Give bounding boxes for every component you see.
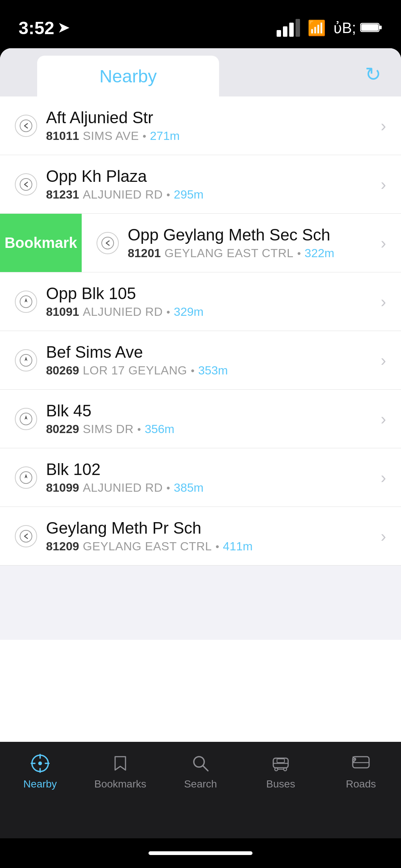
status-icons: 📶 ὐ‌B; [277,19,382,37]
refresh-button[interactable]: ↻ [360,61,386,87]
stop-meta: 80229 SIMS DR • 356m [46,422,373,436]
tab-bar-label-search: Search [184,778,217,790]
bus-stop-icon [15,291,37,313]
refresh-icon: ↻ [365,63,381,85]
stop-code: 81011 [46,129,79,143]
list-item[interactable]: Bookmark Opp Geylang Meth Sec Sch 81201 … [0,214,401,272]
nearby-tab-label: Nearby [100,66,157,86]
bus-stop-icon [15,408,37,430]
stop-info: Geylang Meth Pr Sch 81209 GEYLANG EAST C… [46,519,373,553]
stop-name: Opp Geylang Meth Sec Sch [128,226,373,244]
stop-distance: 271m [150,129,180,143]
stop-meta: 80269 LOR 17 GEYLANG • 353m [46,364,373,377]
tab-bar-item-search[interactable]: Search [160,753,241,790]
list-item[interactable]: Bef Sims Ave 80269 LOR 17 GEYLANG • 353m… [0,331,401,390]
list-spacer [0,566,401,640]
tab-bar-item-bookmarks[interactable]: Bookmarks [80,753,160,790]
svg-point-5 [102,237,114,249]
dot: • [166,189,170,201]
list-item[interactable]: Geylang Meth Pr Sch 81209 GEYLANG EAST C… [0,507,401,566]
bookmark-label: Bookmark [0,214,82,272]
list-item[interactable]: Blk 45 80229 SIMS DR • 356m › [0,390,401,448]
stop-name: Blk 102 [46,460,365,479]
bus-stop-icon [97,232,119,254]
buses-tab-icon [270,753,291,774]
chevron-right-icon: › [381,351,386,370]
stop-name: Opp Blk 105 [46,284,365,303]
tab-bar-item-roads[interactable]: Roads [321,753,401,790]
tab-bar-item-buses[interactable]: Buses [241,753,321,790]
svg-line-22 [203,766,208,771]
dot: • [297,248,301,259]
stop-distance: 353m [198,364,228,377]
svg-rect-25 [277,759,284,763]
home-bar [149,851,252,855]
nearby-tab[interactable]: Nearby [37,56,219,96]
stop-road: ALJUNIED RD [83,188,163,202]
tab-bar: Nearby Bookmarks Search Bu [0,742,401,838]
svg-point-3 [20,120,32,132]
svg-point-8 [20,354,32,366]
stop-info: Blk 45 80229 SIMS DR • 356m [46,402,373,436]
stop-name: Geylang Meth Pr Sch [46,519,365,537]
svg-rect-2 [361,24,378,31]
stop-meta: 81091 ALJUNIED RD • 329m [46,305,373,319]
stop-info: Aft Aljunied Str 81011 SIMS AVE • 271m [46,108,373,143]
dot: • [216,541,219,553]
tab-header: Nearby ↻ [0,48,401,96]
list-item[interactable]: Opp Kh Plaza 81231 ALJUNIED RD • 295m › [0,155,401,214]
status-bar: 3:52 ➤ 📶 ὐ‌B; [0,0,401,45]
list-item[interactable]: Opp Blk 105 81091 ALJUNIED RD • 329m › [0,272,401,331]
stop-name: Opp Kh Plaza [46,167,365,186]
main-content: Nearby ↻ Aft Aljunied Str 81011 SIMS AVE [0,48,401,868]
stop-distance: 356m [145,422,175,436]
chevron-right-icon: › [381,527,386,546]
svg-point-27 [284,768,287,771]
stop-name: Bef Sims Ave [46,343,365,361]
dot: • [143,130,146,142]
stop-name: Aft Aljunied Str [46,108,365,127]
chevron-right-icon: › [381,292,386,311]
bus-stop-icon [15,115,37,137]
status-time: 3:52 ➤ [19,18,69,38]
roads-tab-icon [351,753,371,774]
svg-point-12 [20,472,32,484]
stop-road: GEYLANG EAST CTRL [83,540,212,553]
bookmarks-tab-icon [110,753,131,774]
stop-info: Opp Kh Plaza 81231 ALJUNIED RD • 295m [46,167,373,202]
stop-distance: 385m [174,481,203,495]
svg-point-6 [20,296,32,308]
stop-name: Blk 45 [46,402,365,420]
wifi-icon: 📶 [307,19,326,37]
battery-icon: ὐ‌B; [333,19,382,36]
stop-meta: 81209 GEYLANG EAST CTRL • 411m [46,540,373,553]
chevron-right-icon: › [381,117,386,135]
tab-bar-label-buses: Buses [266,778,295,790]
stop-code: 81091 [46,305,79,319]
dot: • [166,306,170,318]
list-item[interactable]: Blk 102 81099 ALJUNIED RD • 385m › [0,448,401,507]
stop-info: Opp Blk 105 81091 ALJUNIED RD • 329m [46,284,373,319]
stop-meta: 81099 ALJUNIED RD • 385m [46,481,373,495]
stop-road: SIMS AVE [83,129,139,143]
stop-distance: 411m [223,540,252,553]
stop-road: ALJUNIED RD [83,305,163,319]
tab-bar-label-bookmarks: Bookmarks [94,778,146,790]
stop-code: 80269 [46,364,79,377]
stop-meta: 81011 SIMS AVE • 271m [46,129,373,143]
home-indicator [0,838,401,868]
bus-stop-icon [15,173,37,196]
tab-bar-item-nearby[interactable]: Nearby [0,753,80,790]
list-item[interactable]: Aft Aljunied Str 81011 SIMS AVE • 271m › [0,96,401,155]
bus-stop-icon [15,525,37,547]
dot: • [137,423,141,435]
stop-meta: 81201 GEYLANG EAST CTRL • 322m [128,246,373,260]
svg-point-10 [20,413,32,425]
search-tab-icon [190,753,211,774]
stop-road: SIMS DR [83,422,134,436]
stop-road: ALJUNIED RD [83,481,163,495]
tab-bar-label-nearby: Nearby [23,778,57,790]
stop-code: 81209 [46,540,79,553]
stop-road: GEYLANG EAST CTRL [164,246,294,260]
stop-code: 81099 [46,481,79,495]
